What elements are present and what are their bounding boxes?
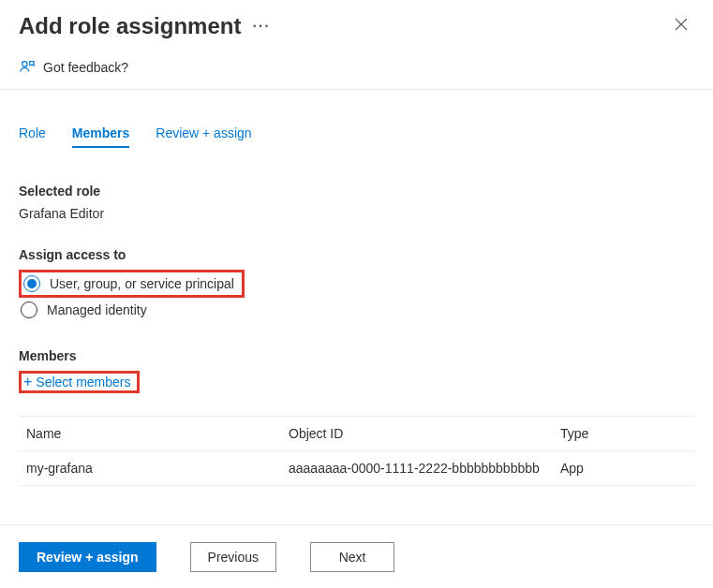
- members-table: Name Object ID Type my-grafana aaaaaaaa-…: [19, 416, 694, 486]
- assign-access-radio-group: User, group, or service principal Manage…: [19, 270, 694, 322]
- tab-bar: Role Members Review + assign: [19, 107, 694, 157]
- select-members-label: Select members: [36, 375, 130, 390]
- assign-access-heading: Assign access to: [19, 247, 694, 262]
- more-icon[interactable]: ···: [252, 18, 270, 35]
- close-icon: [674, 17, 689, 32]
- tab-role[interactable]: Role: [19, 125, 46, 148]
- tab-review[interactable]: Review + assign: [156, 125, 251, 148]
- radio-icon: [23, 275, 40, 292]
- radio-icon: [21, 301, 37, 318]
- content-scroll[interactable]: Role Members Review + assign Selected ro…: [0, 107, 713, 524]
- selected-role-heading: Selected role: [19, 184, 694, 198]
- close-button[interactable]: [668, 11, 694, 40]
- radio-label: Managed identity: [47, 302, 147, 317]
- page-title: Add role assignment: [19, 13, 241, 39]
- footer-bar: Review + assign Previous Next: [0, 524, 713, 588]
- col-object-id: Object ID: [289, 426, 560, 441]
- cell-object-id: aaaaaaaa-0000-1111-2222-bbbbbbbbbbbb: [289, 461, 560, 476]
- review-assign-button[interactable]: Review + assign: [19, 542, 156, 572]
- svg-point-0: [22, 62, 27, 66]
- members-heading: Members: [19, 348, 694, 363]
- next-button[interactable]: Next: [310, 542, 394, 572]
- col-name: Name: [26, 426, 289, 441]
- plus-icon: +: [23, 375, 32, 390]
- selected-role-value: Grafana Editor: [19, 206, 694, 221]
- feedback-link[interactable]: Got feedback?: [0, 48, 713, 90]
- feedback-icon: [19, 59, 36, 76]
- page-title-wrap: Add role assignment ···: [19, 13, 271, 39]
- table-header: Name Object ID Type: [19, 416, 694, 451]
- panel-header: Add role assignment ···: [0, 0, 713, 48]
- select-members-link[interactable]: + Select members: [19, 371, 140, 393]
- feedback-label: Got feedback?: [43, 60, 128, 75]
- previous-button[interactable]: Previous: [190, 542, 276, 572]
- radio-label: User, group, or service principal: [50, 276, 234, 291]
- cell-type: App: [560, 461, 687, 476]
- cell-name: my-grafana: [26, 461, 289, 476]
- radio-managed-identity[interactable]: Managed identity: [19, 298, 149, 322]
- col-type: Type: [560, 426, 687, 441]
- tab-members[interactable]: Members: [72, 125, 129, 148]
- table-row[interactable]: my-grafana aaaaaaaa-0000-1111-2222-bbbbb…: [19, 451, 694, 486]
- radio-user-group-sp[interactable]: User, group, or service principal: [19, 270, 245, 298]
